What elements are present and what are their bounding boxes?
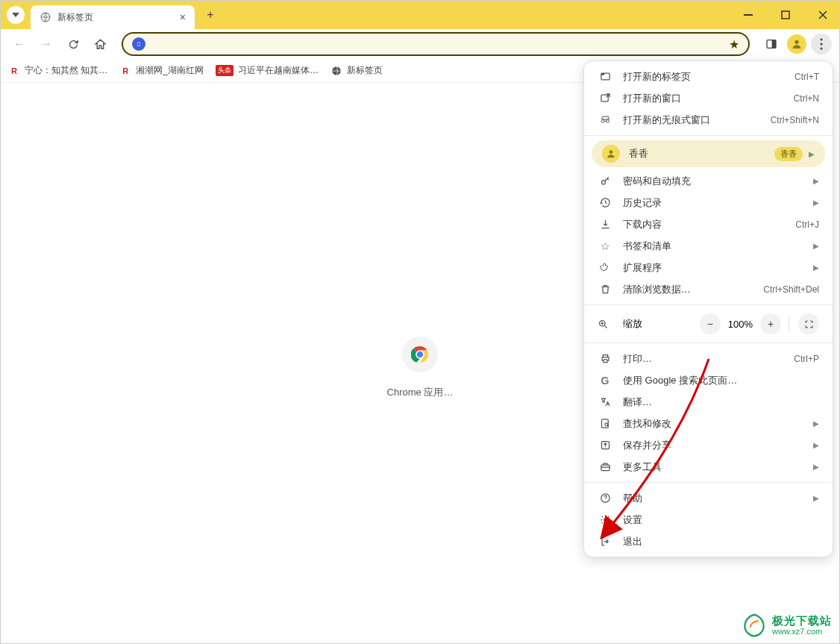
menu-history[interactable]: 历史记录 ▶	[584, 192, 833, 213]
print-icon	[598, 353, 612, 364]
fullscreen-button[interactable]	[798, 313, 819, 334]
chevron-right-icon: ▶	[813, 419, 819, 428]
menu-bookmarks[interactable]: ☆ 书签和清单 ▶	[584, 235, 833, 257]
svg-point-19	[609, 150, 613, 154]
menu-find[interactable]: 查找和修改 ▶	[584, 413, 833, 434]
close-icon[interactable]: ×	[180, 11, 186, 23]
tab-search-button[interactable]	[7, 6, 25, 24]
chrome-logo-icon	[402, 337, 438, 372]
bookmark-favicon: R	[8, 65, 20, 77]
bookmark-favicon: R	[119, 65, 131, 77]
window-controls	[738, 1, 833, 29]
menu-google-search[interactable]: G 使用 Google 搜索此页面…	[584, 369, 833, 391]
zoom-out-button[interactable]: −	[700, 313, 721, 334]
person-icon	[602, 145, 620, 163]
menu-extensions[interactable]: 扩展程序 ▶	[584, 257, 833, 278]
exit-icon	[598, 536, 612, 547]
svg-point-5	[140, 43, 140, 44]
svg-point-20	[601, 181, 605, 184]
svg-rect-2	[782, 11, 789, 19]
chevron-right-icon: ▶	[813, 441, 819, 449]
menu-separator	[584, 304, 833, 305]
apps-shortcut[interactable]: Chrome 应用…	[387, 337, 454, 399]
menu-separator	[584, 343, 833, 343]
reload-button[interactable]	[62, 33, 84, 55]
puzzle-icon	[598, 262, 612, 273]
bookmark-label: 宁心：知其然 知其…	[25, 64, 107, 77]
globe-icon	[40, 11, 51, 23]
minimize-button[interactable]	[738, 4, 759, 25]
menu-separator	[584, 482, 833, 483]
bookmark-item[interactable]: R 湘潮网_湖南红网	[119, 64, 204, 77]
apps-label: Chrome 应用…	[387, 386, 454, 399]
more-menu-button[interactable]	[811, 34, 832, 54]
watermark-logo-icon	[741, 612, 768, 639]
incognito-icon	[598, 114, 612, 125]
chevron-right-icon: ▶	[813, 177, 819, 185]
chevron-right-icon: ▶	[813, 463, 819, 471]
new-tab-button[interactable]: +	[201, 5, 220, 25]
close-window-button[interactable]	[812, 4, 833, 25]
menu-exit[interactable]: 退出	[584, 531, 833, 552]
home-button[interactable]	[89, 33, 111, 55]
key-icon	[598, 175, 612, 187]
zoom-value: 100%	[728, 319, 753, 330]
address-bar[interactable]: ★	[122, 32, 750, 56]
menu-save-share[interactable]: 保存并分享 ▶	[584, 434, 833, 456]
menu-settings[interactable]: 设置	[584, 509, 833, 531]
menu-downloads[interactable]: 下载内容 Ctrl+J	[584, 213, 833, 235]
menu-new-tab[interactable]: 打开新的标签页 Ctrl+T	[584, 66, 833, 87]
main-menu: 打开新的标签页 Ctrl+T 打开新的窗口 Ctrl+N 打开新的无痕式窗口 C…	[583, 60, 833, 557]
google-icon: G	[598, 375, 612, 387]
url-input[interactable]	[151, 38, 729, 50]
zoom-icon	[598, 319, 612, 330]
menu-more-tools[interactable]: 更多工具 ▶	[584, 456, 833, 478]
menu-separator	[584, 135, 833, 136]
svg-point-27	[604, 519, 607, 522]
gear-icon	[598, 514, 612, 525]
bookmark-star-icon[interactable]: ★	[729, 37, 739, 51]
translate-icon	[598, 396, 612, 407]
svg-point-8	[794, 40, 798, 44]
bookmark-item[interactable]: 新标签页	[330, 64, 383, 77]
chevron-right-icon: ▶	[813, 494, 819, 502]
star-icon: ☆	[598, 240, 612, 252]
download-icon	[598, 219, 612, 230]
menu-profile[interactable]: 香香 香香 ▶	[592, 140, 825, 167]
site-icon	[132, 37, 145, 51]
menu-translate[interactable]: 翻译…	[584, 391, 833, 413]
browser-tab[interactable]: 新标签页 ×	[31, 5, 195, 29]
maximize-button[interactable]	[775, 4, 796, 25]
menu-print[interactable]: 打印… Ctrl+P	[584, 348, 833, 369]
toolbox-icon	[598, 461, 612, 472]
menu-clear-data[interactable]: 清除浏览数据… Ctrl+Shift+Del	[584, 278, 833, 300]
menu-incognito[interactable]: 打开新的无痕式窗口 Ctrl+Shift+N	[584, 109, 833, 131]
chevron-right-icon: ▶	[813, 263, 819, 272]
watermark: 极光下载站 www.xz7.com	[741, 612, 832, 639]
bookmark-label: 新标签页	[347, 64, 383, 77]
svg-rect-1	[744, 14, 753, 16]
menu-help[interactable]: 帮助 ▶	[584, 487, 833, 509]
zoom-in-button[interactable]: +	[760, 313, 781, 334]
find-icon	[598, 418, 612, 429]
forward-button[interactable]: →	[35, 33, 57, 55]
profile-avatar[interactable]	[787, 34, 806, 54]
svg-point-4	[137, 43, 138, 44]
bookmark-item[interactable]: 头条 习近平在越南媒体…	[216, 64, 319, 77]
svg-point-10	[820, 43, 822, 45]
svg-rect-7	[772, 40, 776, 49]
history-icon	[598, 197, 612, 208]
new-tab-icon	[598, 71, 612, 82]
menu-zoom: 缩放 − 100% +	[584, 310, 833, 338]
back-button[interactable]: ←	[8, 33, 31, 55]
svg-point-11	[820, 47, 822, 49]
bookmark-item[interactable]: R 宁心：知其然 知其…	[8, 64, 107, 77]
tab-title: 新标签页	[57, 11, 180, 24]
svg-point-9	[820, 38, 822, 40]
titlebar: 新标签页 × +	[1, 1, 839, 29]
menu-passwords[interactable]: 密码和自动填充 ▶	[584, 170, 833, 192]
side-panel-icon[interactable]	[760, 33, 783, 55]
share-icon	[598, 440, 612, 451]
menu-new-window[interactable]: 打开新的窗口 Ctrl+N	[584, 87, 833, 109]
watermark-url: www.xz7.com	[772, 627, 832, 636]
